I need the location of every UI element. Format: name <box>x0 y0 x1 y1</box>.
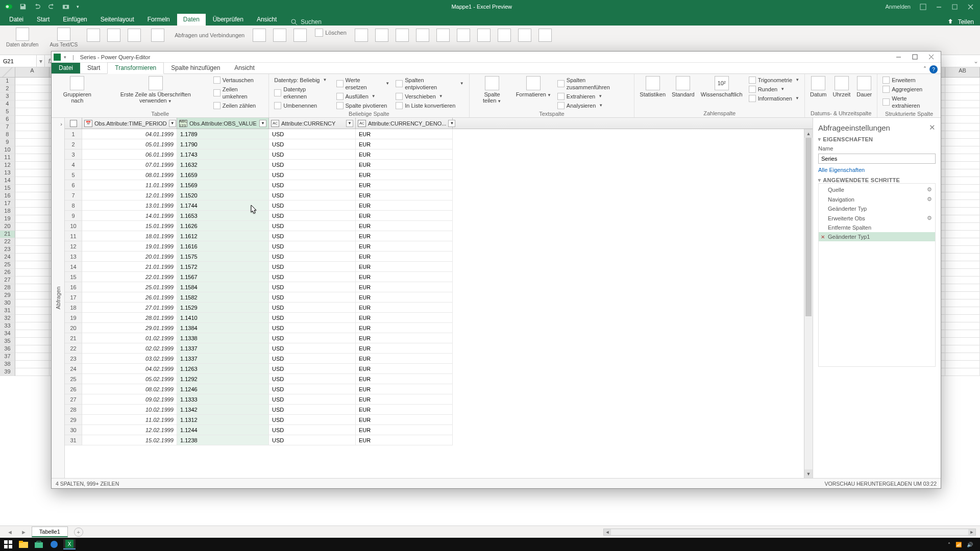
analyze-button[interactable]: Analysieren▼ <box>556 102 630 110</box>
grid-cell[interactable] <box>15 215 50 223</box>
cell[interactable]: EUR <box>356 405 453 415</box>
cell[interactable]: 1.1246 <box>177 384 269 394</box>
cell[interactable]: USD <box>269 211 356 221</box>
sheet-tab-tabelle1[interactable]: Tabelle1 <box>32 527 68 537</box>
table-row[interactable]: 3115.02.19991.1238USDEUR <box>65 435 804 445</box>
cell[interactable]: 1.1582 <box>177 292 269 303</box>
cell[interactable]: 18.01.1999 <box>82 231 177 241</box>
grid-cell[interactable] <box>15 330 50 338</box>
col-header-A[interactable]: A <box>15 67 50 77</box>
count-rows-button[interactable]: Zeilen zählen <box>212 102 264 110</box>
grid-cell[interactable] <box>15 154 50 162</box>
column-header-currency-denom[interactable]: AC Attribute:CURRENCY_DENO... ▼ <box>356 118 453 129</box>
cell[interactable]: USD <box>269 129 356 139</box>
excel-tab-start[interactable]: Start <box>31 14 56 26</box>
grid-cell[interactable] <box>15 131 50 139</box>
cell[interactable]: EUR <box>356 313 453 323</box>
name-box[interactable]: G21 <box>0 55 37 67</box>
grid-cell[interactable] <box>945 215 980 223</box>
type-any-icon[interactable]: ABC123 <box>179 120 187 127</box>
column-header-currency[interactable]: AC Attribute:CURRENCY ▼ <box>269 118 356 129</box>
cell[interactable]: 01.02.1999 <box>82 333 177 343</box>
scroll-thumb[interactable] <box>805 138 812 316</box>
grid-cell[interactable] <box>945 254 980 261</box>
pq-collapse-ribbon-icon[interactable]: ˄ <box>923 66 926 73</box>
row-number[interactable]: 9 <box>65 211 82 221</box>
close-icon[interactable] <box>967 4 974 10</box>
cell[interactable]: USD <box>269 405 356 415</box>
row-header-23[interactable]: 23 <box>0 246 15 254</box>
table-row[interactable]: 2202.02.19991.1337USDEUR <box>65 343 804 354</box>
row-header-6[interactable]: 6 <box>0 116 15 123</box>
cell[interactable]: 05.01.1999 <box>82 139 177 149</box>
pivot-button[interactable]: Spalte pivotieren <box>335 102 391 110</box>
table-row[interactable]: 914.01.19991.1653USDEUR <box>65 211 804 221</box>
row-number[interactable]: 5 <box>65 170 82 180</box>
from-text-csv-button[interactable]: Aus Text/CS <box>47 28 80 47</box>
row-number[interactable]: 13 <box>65 252 82 262</box>
cell[interactable]: 1.1744 <box>177 201 269 211</box>
row-header-8[interactable]: 8 <box>0 131 15 139</box>
cell[interactable]: USD <box>269 201 356 211</box>
table-row[interactable]: 712.01.19991.1520USDEUR <box>65 190 804 201</box>
cell[interactable]: 10.02.1999 <box>82 405 177 415</box>
cell[interactable]: EUR <box>356 303 453 313</box>
table-row[interactable]: 2709.02.19991.1333USDEUR <box>65 394 804 405</box>
pq-close-icon[interactable] <box>923 53 939 62</box>
cell[interactable]: 1.1616 <box>177 241 269 252</box>
cell[interactable]: EUR <box>356 415 453 425</box>
cell[interactable]: 27.01.1999 <box>82 303 177 313</box>
row-number[interactable]: 8 <box>65 201 82 211</box>
cell[interactable]: USD <box>269 435 356 445</box>
row-header-25[interactable]: 25 <box>0 261 15 269</box>
cell[interactable]: 12.02.1999 <box>82 425 177 435</box>
hscroll-left-icon[interactable]: ◄ <box>604 529 611 535</box>
gear-icon[interactable]: ⚙ <box>927 186 932 193</box>
expand-button[interactable]: Erweitern <box>881 76 937 84</box>
col-header-AB[interactable]: AB <box>945 67 980 77</box>
date-button[interactable]: Datum <box>809 76 827 97</box>
applied-step[interactable]: Quelle⚙ <box>819 185 935 194</box>
row-number[interactable]: 20 <box>65 323 82 333</box>
tray-network-icon[interactable]: 📶 <box>955 542 962 547</box>
column-filter-icon[interactable]: ▼ <box>259 120 266 127</box>
grid-cell[interactable] <box>945 353 980 361</box>
grid-cell[interactable] <box>945 277 980 284</box>
cell[interactable]: 1.1337 <box>177 343 269 354</box>
cell[interactable]: EUR <box>356 272 453 282</box>
cell[interactable]: 08.02.1999 <box>82 384 177 394</box>
row-number[interactable]: 1 <box>65 129 82 139</box>
gear-icon[interactable]: ⚙ <box>927 215 932 221</box>
cell[interactable]: 19.01.1999 <box>82 241 177 252</box>
undo-icon[interactable] <box>34 3 41 10</box>
time-button[interactable]: Uhrzeit <box>831 76 851 97</box>
move-button[interactable]: Verschieben▼ <box>395 92 464 101</box>
grid-cell[interactable] <box>945 185 980 192</box>
delete-step-icon[interactable]: ✕ <box>821 234 825 240</box>
cell[interactable]: 14.01.1999 <box>82 211 177 221</box>
row-header-2[interactable]: 2 <box>0 85 15 93</box>
standard-button[interactable]: Standard <box>671 76 696 97</box>
table-row[interactable]: 1726.01.19991.1582USDEUR <box>65 292 804 303</box>
type-text-icon[interactable]: AC <box>358 120 366 127</box>
grid-cell[interactable] <box>15 78 50 85</box>
cell[interactable]: EUR <box>356 149 453 160</box>
table-row[interactable]: 407.01.19991.1632USDEUR <box>65 160 804 170</box>
cell[interactable]: EUR <box>356 384 453 394</box>
add-sheet-button[interactable]: + <box>74 528 83 537</box>
grid-cell[interactable] <box>945 307 980 315</box>
type-text-icon[interactable]: AC <box>271 120 279 127</box>
cell[interactable]: 15.02.1999 <box>82 435 177 445</box>
cell[interactable]: 21.01.1999 <box>82 262 177 272</box>
table-row[interactable]: 813.01.19991.1744USDEUR <box>65 201 804 211</box>
grid-cell[interactable] <box>945 162 980 169</box>
row-header-33[interactable]: 33 <box>0 322 15 330</box>
grid-cell[interactable] <box>15 238 50 246</box>
cell[interactable]: USD <box>269 252 356 262</box>
pq-minimize-icon[interactable] <box>891 53 906 62</box>
grid-cell[interactable] <box>945 231 980 238</box>
sheet-nav-next-icon[interactable]: ► <box>18 529 30 535</box>
queries-pane-collapsed[interactable]: › Abfragen <box>52 118 65 478</box>
start-button[interactable] <box>2 539 14 549</box>
cell[interactable]: EUR <box>356 252 453 262</box>
